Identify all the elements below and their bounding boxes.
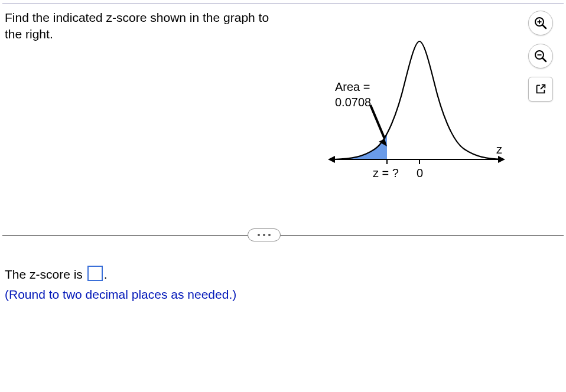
popout-icon [534,83,547,96]
answer-prefix: The z-score is [5,267,86,281]
top-rule [2,3,564,4]
divider-handle[interactable] [248,228,281,241]
arrow-right-icon [498,156,505,163]
arrow-left-icon [328,156,335,163]
area-value: 0.0708 [335,96,371,109]
answer-suffix: . [104,267,108,281]
normal-curve-graph: Area = 0.0708 z = ? 0 z [328,30,505,195]
answer-input[interactable] [87,266,103,281]
svg-line-1 [542,25,546,28]
toolbar [528,11,555,102]
question-text: Find the indicated z-score shown in the … [5,9,277,43]
svg-line-7 [541,85,545,89]
axis-label: z [496,143,502,156]
answer-area: The z-score is . (Round to two decimal p… [5,264,236,304]
pointer-line [370,105,385,139]
svg-line-5 [542,58,546,61]
dot-icon [258,234,260,236]
x-tick-unknown: z = ? [373,166,399,180]
divider-line [2,235,564,236]
answer-line: The z-score is . [5,264,236,285]
zoom-in-icon [534,16,548,30]
zoom-out-button[interactable] [528,44,553,68]
dot-icon [263,234,265,236]
dot-icon [268,234,271,236]
area-label: Area = [335,80,370,94]
rounding-instruction: (Round to two decimal places as needed.) [5,285,236,305]
popout-button[interactable] [528,77,553,102]
zoom-out-icon [534,49,548,63]
x-tick-zero: 0 [417,166,423,180]
section-divider [2,228,564,243]
zoom-in-button[interactable] [528,11,553,35]
